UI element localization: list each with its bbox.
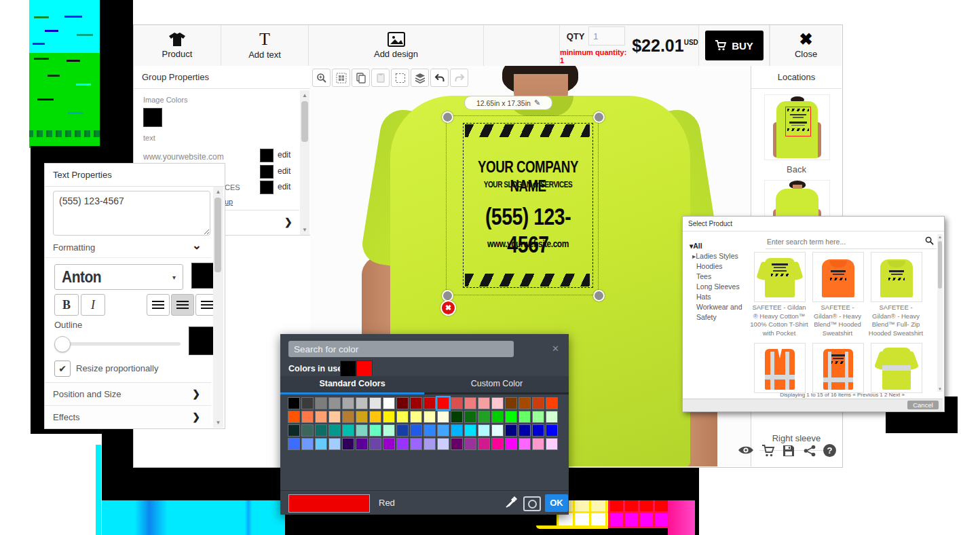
color-swatch[interactable] xyxy=(437,438,449,450)
color-swatch[interactable] xyxy=(478,397,490,409)
scroll-up-icon[interactable]: ▲ xyxy=(213,189,223,195)
layers-button[interactable] xyxy=(411,69,429,87)
color-swatch[interactable] xyxy=(451,397,463,409)
color-swatch[interactable] xyxy=(301,397,314,409)
color-swatch[interactable] xyxy=(315,424,327,437)
close-button[interactable]: ✖ Close xyxy=(770,25,842,66)
color-swatch[interactable] xyxy=(356,411,368,423)
resize-proportionally-checkbox[interactable]: ✔ Resize proportionally xyxy=(54,361,217,377)
color-swatch[interactable] xyxy=(288,438,300,450)
color-swatch[interactable] xyxy=(519,438,531,450)
ungroup-link[interactable]: up xyxy=(225,198,233,206)
color-swatch[interactable] xyxy=(532,411,544,423)
color-swatch[interactable] xyxy=(315,438,327,450)
product-card[interactable] xyxy=(812,343,864,393)
resize-handle-se[interactable] xyxy=(593,290,605,301)
color-swatch[interactable] xyxy=(546,438,558,450)
align-left-button[interactable] xyxy=(147,294,170,316)
undo-button[interactable] xyxy=(430,69,449,87)
color-swatch[interactable] xyxy=(423,397,436,409)
color-swatch[interactable] xyxy=(410,424,422,437)
add-text-button[interactable]: T Add text xyxy=(221,25,309,66)
formatting-header[interactable]: Formatting ⌄ xyxy=(45,237,211,258)
color-swatch[interactable] xyxy=(437,397,449,409)
scroll-thumb[interactable] xyxy=(214,198,221,272)
dimension-pill[interactable]: 12.65in x 17.35in ✎ xyxy=(464,96,552,110)
scroll-down-icon[interactable]: ▼ xyxy=(300,227,309,233)
color-swatch[interactable] xyxy=(532,424,544,437)
color-swatch[interactable] xyxy=(451,438,463,450)
color-swatch[interactable] xyxy=(301,424,314,437)
color-swatch[interactable] xyxy=(491,411,504,423)
scroll-thumb[interactable] xyxy=(301,101,308,142)
color-swatch[interactable] xyxy=(315,397,327,409)
color-swatch[interactable] xyxy=(491,424,504,437)
design-group[interactable]: YOUR COMPANY NAME YOUR SLOGAN or SERVICE… xyxy=(463,123,593,288)
location-back-thumbnail[interactable] xyxy=(764,94,830,160)
color-swatch[interactable] xyxy=(519,424,531,437)
layer-color-swatch[interactable] xyxy=(260,165,274,179)
color-swatch[interactable] xyxy=(423,424,436,437)
color-swatch[interactable] xyxy=(328,411,341,423)
color-swatch[interactable] xyxy=(464,438,476,450)
color-swatch[interactable] xyxy=(451,424,463,437)
color-swatch[interactable] xyxy=(546,411,558,423)
text-content-input[interactable]: (555) 123-4567 xyxy=(53,191,210,236)
color-swatch[interactable] xyxy=(478,424,490,437)
color-swatch[interactable] xyxy=(410,397,422,409)
product-name[interactable]: SAFETEE - Gildan ® Heavy Cotton™ 100% Co… xyxy=(750,303,808,337)
effects-row[interactable]: Effects ❯ xyxy=(45,407,211,428)
color-swatch[interactable] xyxy=(356,438,368,450)
color-swatch[interactable] xyxy=(342,411,354,423)
color-swatch[interactable] xyxy=(288,411,300,423)
color-swatch[interactable] xyxy=(383,397,395,409)
color-swatch[interactable] xyxy=(342,424,354,437)
color-swatch[interactable] xyxy=(328,424,341,437)
color-swatch[interactable] xyxy=(546,424,558,437)
product-button[interactable]: Product xyxy=(134,25,221,66)
color-swatch[interactable] xyxy=(505,424,517,437)
qty-input[interactable] xyxy=(588,26,625,45)
product-search-input[interactable] xyxy=(766,234,922,248)
product-card[interactable] xyxy=(754,343,806,393)
resize-handle-ne[interactable] xyxy=(593,111,605,123)
color-swatch[interactable] xyxy=(369,438,381,450)
color-swatch[interactable] xyxy=(342,397,354,409)
color-swatch[interactable] xyxy=(383,424,395,437)
color-swatch[interactable] xyxy=(342,438,354,450)
color-swatch[interactable] xyxy=(505,397,517,409)
color-swatch[interactable] xyxy=(478,411,490,423)
color-swatch[interactable] xyxy=(546,397,558,409)
outline-slider[interactable] xyxy=(54,336,181,351)
layer-edit-link[interactable]: edit xyxy=(278,150,290,160)
color-swatch[interactable] xyxy=(464,411,476,423)
color-swatch[interactable] xyxy=(464,397,476,409)
color-swatch[interactable] xyxy=(356,424,368,437)
color-swatch[interactable] xyxy=(396,397,409,409)
color-swatch[interactable] xyxy=(491,438,504,450)
scroll-up-icon[interactable]: ▲ xyxy=(937,235,943,239)
cancel-button[interactable]: Cancel xyxy=(907,401,939,409)
color-swatch[interactable] xyxy=(519,411,531,423)
help-button[interactable]: ? xyxy=(823,444,836,457)
color-swatch[interactable] xyxy=(356,397,368,409)
color-swatch[interactable] xyxy=(423,411,436,423)
resize-handle-nw[interactable] xyxy=(442,111,453,123)
italic-button[interactable]: I xyxy=(81,294,105,316)
color-swatch[interactable] xyxy=(478,438,490,450)
color-swatch[interactable] xyxy=(328,438,341,450)
search-icon[interactable] xyxy=(925,236,934,245)
group-expand-chevron[interactable]: ❯ xyxy=(284,217,293,227)
layer-color-swatch[interactable] xyxy=(260,181,274,194)
color-swatch[interactable] xyxy=(288,397,300,409)
color-swatch[interactable] xyxy=(505,438,517,450)
align-center-button[interactable] xyxy=(171,294,194,316)
color-swatch[interactable] xyxy=(437,424,449,437)
color-swatch[interactable] xyxy=(369,397,381,409)
position-size-row[interactable]: Position and Size ❯ xyxy=(45,382,211,406)
color-swatch[interactable] xyxy=(464,424,476,437)
color-swatch[interactable] xyxy=(410,411,422,423)
scroll-up-icon[interactable]: ▲ xyxy=(300,92,309,98)
color-swatch[interactable] xyxy=(505,411,517,423)
buy-button[interactable]: BUY xyxy=(705,31,764,60)
